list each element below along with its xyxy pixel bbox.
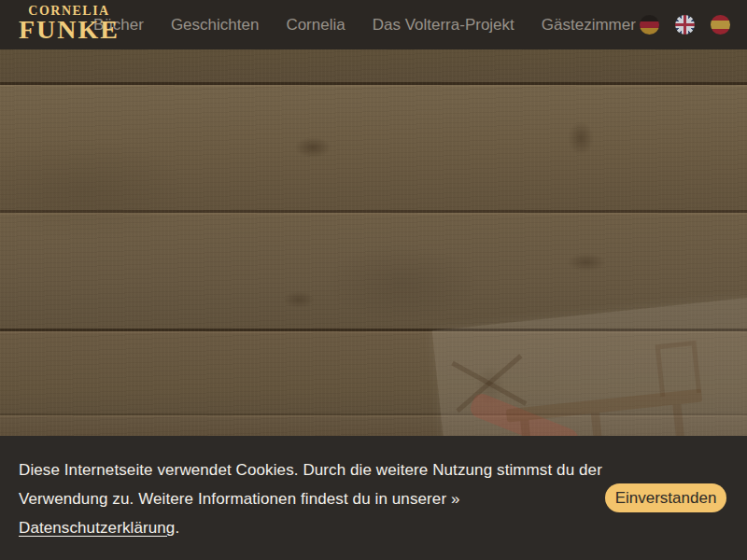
- menu-item: Gästezimmer: [542, 16, 636, 35]
- table-leg-shape: [672, 404, 688, 436]
- menu-item: Das Volterra-Projekt: [373, 16, 514, 35]
- hero-wood-background: [0, 49, 747, 436]
- top-navigation-bar: CORNELIA FUNKE Bücher Geschichten Cornel…: [0, 0, 747, 49]
- german-flag-icon[interactable]: [640, 15, 659, 35]
- site-logo[interactable]: CORNELIA FUNKE: [19, 5, 120, 43]
- nav-item-volterra-projekt[interactable]: Das Volterra-Projekt: [373, 16, 514, 34]
- cookie-message: Diese Internetseite verwendet Cookies. D…: [19, 455, 602, 542]
- cookie-consent-banner: Diese Internetseite verwendet Cookies. D…: [0, 436, 747, 560]
- nav-item-geschichten[interactable]: Geschichten: [171, 16, 260, 34]
- logo-line-funke: FUNKE: [19, 17, 120, 43]
- privacy-policy-link[interactable]: Datenschutzerklärung: [19, 519, 175, 537]
- cookie-message-line1: Diese Internetseite verwendet Cookies. D…: [19, 455, 602, 484]
- main-menu: Bücher Geschichten Cornelia Das Volterra…: [93, 16, 636, 35]
- nav-item-gaestezimmer[interactable]: Gästezimmer: [542, 16, 636, 34]
- accept-cookies-button[interactable]: Einverstanden: [605, 483, 726, 512]
- chair-shape: [655, 341, 702, 397]
- cookie-message-line3: Datenschutzerklärung.: [19, 513, 602, 542]
- cookie-message-line2: Verwendung zu. Weitere Informationen fin…: [19, 484, 602, 513]
- table-leg-shape: [591, 413, 607, 436]
- nav-item-cornelia[interactable]: Cornelia: [286, 16, 345, 34]
- sentence-period: .: [175, 519, 179, 537]
- menu-item: Geschichten: [171, 16, 260, 35]
- language-switcher: [640, 15, 730, 35]
- english-flag-icon[interactable]: [675, 15, 695, 35]
- spanish-flag-icon[interactable]: [711, 15, 730, 35]
- menu-item: Cornelia: [286, 16, 345, 35]
